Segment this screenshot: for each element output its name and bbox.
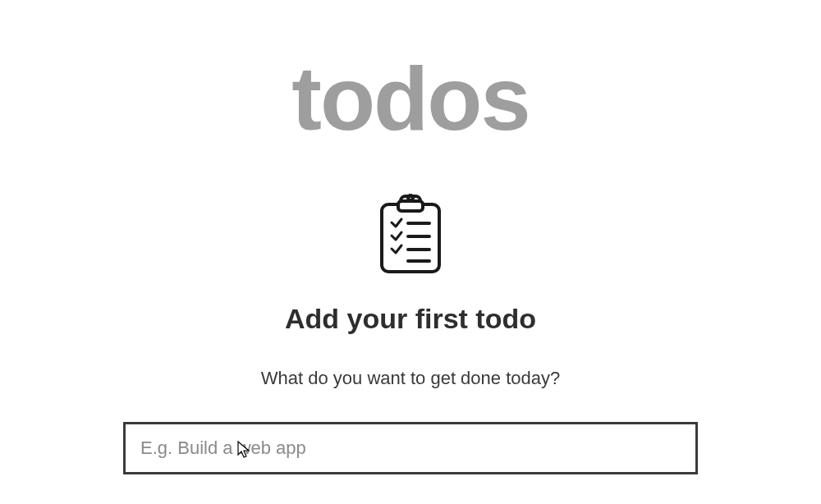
svg-rect-1: [398, 201, 423, 211]
clipboard-checklist-icon: [374, 193, 447, 278]
new-todo-input[interactable]: [123, 422, 698, 474]
empty-state-heading: Add your first todo: [285, 303, 536, 335]
app-title: todos: [291, 53, 529, 144]
empty-state-subheading: What do you want to get done today?: [261, 368, 560, 389]
